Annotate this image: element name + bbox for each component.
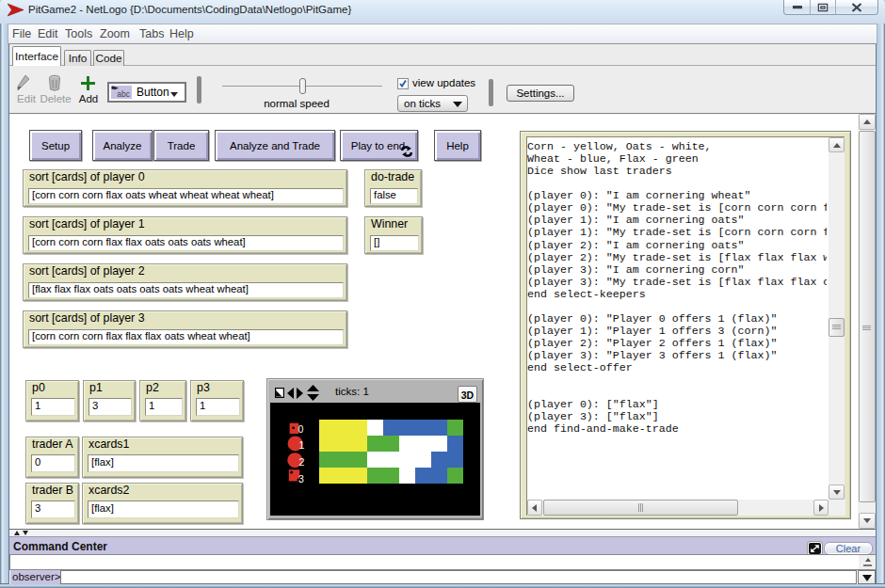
svg-text:1: 1 xyxy=(299,439,305,451)
svg-text:3: 3 xyxy=(298,473,304,485)
svg-text:2: 2 xyxy=(299,456,305,468)
svg-text:0: 0 xyxy=(298,423,304,435)
